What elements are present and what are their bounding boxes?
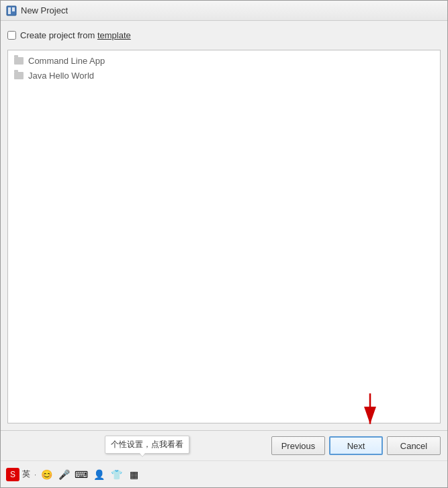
input-method-text[interactable]: 英 [22,469,30,480]
taskbar: 个性设置，点我看看 S 英 · 😊 🎤 ⌨ 👤 👕 ▦ [1,460,447,487]
shirt-icon[interactable]: 👕 [109,467,124,482]
folder-icon [13,55,24,66]
svg-rect-2 [12,7,15,11]
new-project-window: New Project Create project from template… [0,0,448,488]
create-from-template-checkbox[interactable] [7,31,16,40]
tooltip-bubble: 个性设置，点我看看 [105,436,189,454]
arrow-indicator [357,391,384,433]
sogou-icon[interactable]: S [6,468,19,481]
svg-rect-1 [8,7,11,14]
list-item[interactable]: Command Line App [8,53,440,68]
template-list[interactable]: Command Line App Java Hello World [7,50,441,423]
emoji-icon[interactable]: 😊 [39,467,54,482]
template-underline-text: template [97,30,131,40]
next-button[interactable]: Next [329,436,383,455]
input-separator: · [34,471,36,479]
window-icon [6,5,17,16]
keyboard-icon[interactable]: ⌨ [74,467,89,482]
list-item[interactable]: Java Hello World [8,68,440,83]
grid-icon[interactable]: ▦ [126,467,141,482]
create-from-template-label: Create project from template [20,30,131,40]
footer: Previous Next Cancel 个性设置，点我看看 S 英 · 😊 🎤… [1,430,447,487]
window-title: New Project [21,5,68,15]
mic-icon[interactable]: 🎤 [56,467,71,482]
button-row: Previous Next Cancel [1,431,447,460]
create-from-template-row: Create project from template [7,28,441,43]
previous-button[interactable]: Previous [271,436,325,455]
folder-icon [13,70,24,81]
title-bar: New Project [1,1,447,21]
user-icon[interactable]: 👤 [91,467,106,482]
content-area: Create project from template Command Lin… [1,21,447,430]
list-item-label: Command Line App [28,56,105,66]
list-item-label: Java Hello World [28,71,94,81]
cancel-button[interactable]: Cancel [387,436,441,455]
